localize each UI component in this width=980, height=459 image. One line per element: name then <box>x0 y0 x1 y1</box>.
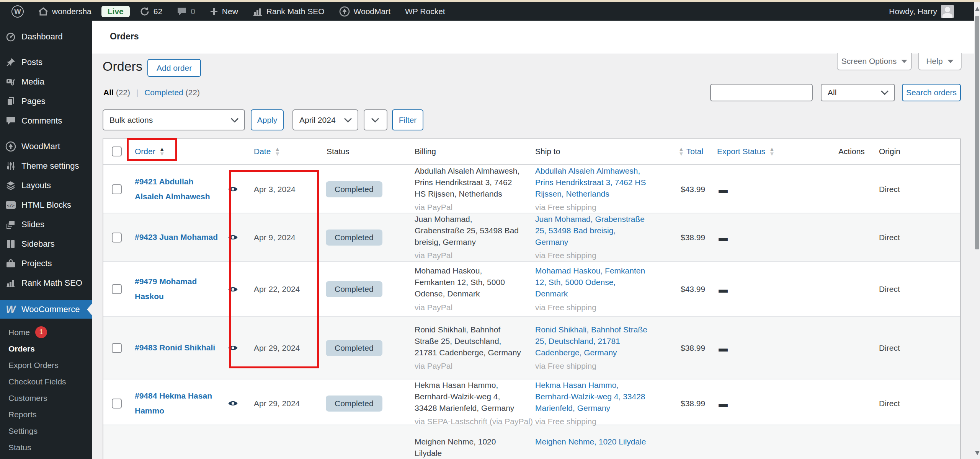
search-input[interactable] <box>710 84 813 101</box>
preview-eye-icon[interactable] <box>228 234 238 241</box>
pages-icon <box>0 96 21 106</box>
sidebar-item-slides[interactable]: Slides <box>0 215 92 234</box>
woocommerce-orders-screen: W wondersha Live 62 0 <box>0 0 980 459</box>
ship-to-link[interactable]: Ronid Shikhali, Bahnhof Straße 25, Deuts… <box>535 324 650 358</box>
column-total[interactable]: ▲▼ Total <box>678 139 715 164</box>
submenu-settings[interactable]: Settings <box>8 423 92 439</box>
row-checkbox[interactable] <box>112 184 122 194</box>
order-link[interactable]: #9479 Mohamad Haskou <box>135 274 224 304</box>
breadcrumb: Orders <box>110 31 139 42</box>
submenu-orders[interactable]: Orders <box>8 340 92 357</box>
actions-cell <box>835 213 877 261</box>
sidebar-item-woocommerce[interactable]: W WooCommerce <box>0 300 92 319</box>
column-export-status[interactable]: Export Status ▲▼ <box>715 139 835 164</box>
sidebar-item-layouts[interactable]: Layouts <box>0 176 92 195</box>
status-badge[interactable]: Completed <box>326 396 382 412</box>
apply-button[interactable]: Apply <box>251 109 284 130</box>
column-ship-to: Ship to <box>533 139 678 164</box>
submenu-export-orders[interactable]: Export Orders <box>8 357 92 373</box>
sidebar-item-media[interactable]: Media <box>0 72 92 91</box>
screen-options-tab[interactable]: Screen Options <box>837 53 912 70</box>
status-badge[interactable]: Completed <box>326 181 382 197</box>
order-link[interactable]: #9484 Hekma Hasan Hammo <box>135 389 224 418</box>
row-checkbox[interactable] <box>112 343 122 353</box>
row-checkbox[interactable] <box>112 284 122 294</box>
secondary-filter-select[interactable] <box>364 109 387 130</box>
submenu-status[interactable]: Status <box>8 439 92 456</box>
plus-icon <box>210 7 218 16</box>
help-tab[interactable]: Help <box>918 53 962 70</box>
wp-rocket-menu[interactable]: WP Rocket <box>400 2 450 21</box>
sidebar-item-sidebars[interactable]: Sidebars <box>0 234 92 254</box>
submenu-home[interactable]: Home 1 <box>8 324 92 340</box>
sidebar-item-comments[interactable]: Comments <box>0 111 92 130</box>
sidebar-item-woodmart[interactable]: WoodMart <box>0 137 92 156</box>
scrollbar-thumb[interactable] <box>975 16 979 249</box>
wp-rocket-label: WP Rocket <box>405 7 445 16</box>
update-icon <box>140 7 150 16</box>
sidebar-item-dashboard[interactable]: Dashboard <box>0 27 92 46</box>
table-row: #9483 Ronid Shikhali Apr 29, 2024 Comple… <box>103 316 960 379</box>
vertical-scrollbar[interactable] <box>974 2 980 459</box>
user-avatar <box>941 5 954 18</box>
filter-button[interactable]: Filter <box>392 109 423 130</box>
new-content-menu[interactable]: New <box>205 2 243 21</box>
site-name-menu[interactable]: wondersha <box>34 2 96 21</box>
scroll-down-icon[interactable] <box>975 451 980 455</box>
comments-menu[interactable]: 0 <box>172 2 200 21</box>
search-orders-button[interactable]: Search orders <box>902 84 961 101</box>
view-all[interactable]: All <box>103 88 114 97</box>
order-link[interactable]: #9483 Ronid Shikhali <box>135 340 215 355</box>
bulk-actions-select[interactable]: Bulk actions <box>103 109 245 130</box>
export-status-dash: — <box>719 220 728 255</box>
table-row: #9421 Abdullah Alsaleh Almhawesh Apr 3, … <box>103 164 960 213</box>
row-checkbox[interactable] <box>112 399 122 409</box>
status-badge[interactable]: Completed <box>326 340 382 356</box>
select-all-checkbox[interactable] <box>112 146 122 156</box>
howdy-menu[interactable]: Howdy, Harry <box>884 2 959 21</box>
submenu-extensions[interactable]: Extensions <box>8 456 92 459</box>
ship-to-link[interactable]: Juan Mohamad, Grabenstraße 25, 53498 Bad… <box>535 213 650 247</box>
preview-eye-icon[interactable] <box>228 286 238 293</box>
status-badge[interactable]: Completed <box>326 230 382 246</box>
wp-logo-menu[interactable]: W <box>7 2 28 21</box>
search-scope-select[interactable]: All <box>821 84 895 101</box>
submenu-checkout-fields[interactable]: Checkout Fields <box>8 373 92 390</box>
ship-via: via Free shipping <box>535 302 596 313</box>
orders-table: Order ▲▼ Date ▲▼ Status Billing Ship to … <box>103 138 961 459</box>
add-order-button[interactable]: Add order <box>147 59 201 77</box>
sidebar-item-html-blocks[interactable]: </> HTML Blocks <box>0 195 92 215</box>
ship-to-link[interactable]: Meighen Nehme, 1020 Lilydale <box>535 436 646 448</box>
submenu-reports[interactable]: Reports <box>8 406 92 423</box>
sidebar-item-pages[interactable]: Pages <box>0 91 92 111</box>
order-link[interactable]: #9421 Abdullah Alsaleh Almhawesh <box>135 174 224 204</box>
preview-eye-icon[interactable] <box>228 186 238 193</box>
row-checkbox[interactable] <box>112 233 122 243</box>
status-badge[interactable]: Completed <box>326 281 382 297</box>
month-filter-select[interactable]: April 2024 <box>292 109 358 130</box>
ship-to-link[interactable]: Abdullah Alsaleh Almhawesh, Prins Hendri… <box>535 165 650 199</box>
column-order[interactable]: Order ▲▼ <box>127 139 250 164</box>
live-badge[interactable]: Live <box>101 6 130 17</box>
preview-eye-icon[interactable] <box>228 400 238 407</box>
view-completed[interactable]: Completed <box>144 88 183 97</box>
preview-eye-icon[interactable] <box>228 344 238 352</box>
ship-to-link[interactable]: Mohamad Haskou, Femkanten 12, Sth, 5000 … <box>535 265 650 299</box>
sidebars-icon <box>0 239 21 249</box>
submenu-customers[interactable]: Customers <box>8 390 92 406</box>
order-link[interactable]: #9423 Juan Mohamad <box>135 230 218 245</box>
sidebar-item-projects[interactable]: Projects <box>0 254 92 273</box>
sidebar-item-posts[interactable]: Posts <box>0 52 92 72</box>
sidebar-item-theme-settings[interactable]: Theme settings <box>0 156 92 176</box>
ship-to-link[interactable]: Hekma Hasan Hammo, Bernhard-Walzik-weg 4… <box>535 379 650 413</box>
sort-arrows-icon: ▲▼ <box>769 147 775 156</box>
sidebar-item-rank-math[interactable]: Rank Math SEO <box>0 273 92 293</box>
rank-math-menu[interactable]: Rank Math SEO <box>248 2 329 21</box>
column-date[interactable]: Date ▲▼ <box>250 139 324 164</box>
page-header-bar <box>92 21 974 54</box>
order-date: Apr 3, 2024 <box>250 165 324 213</box>
chevron-down-icon <box>901 60 907 63</box>
scroll-up-icon[interactable] <box>975 7 980 11</box>
updates-menu[interactable]: 62 <box>135 2 167 21</box>
woodmart-menu[interactable]: WoodMart <box>335 2 395 21</box>
